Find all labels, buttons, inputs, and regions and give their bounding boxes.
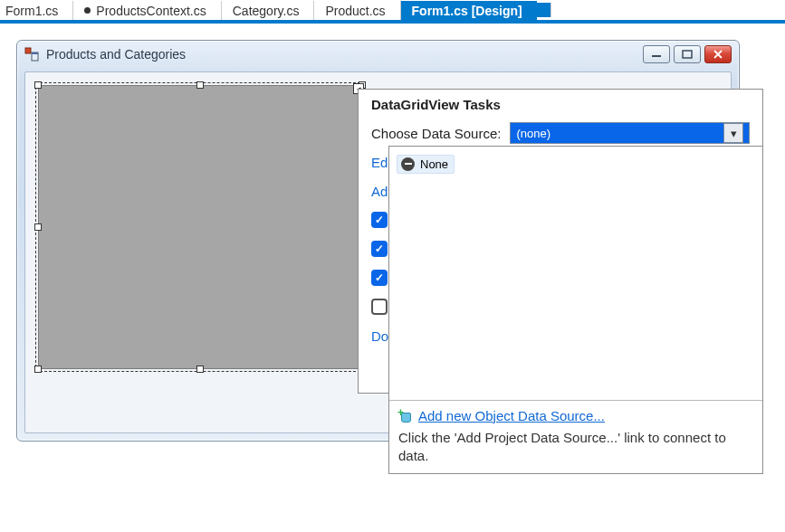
window-controls <box>643 45 732 63</box>
add-object-datasource-link[interactable]: Add new Object Data Source... <box>418 408 605 423</box>
form-title: Products and Categories <box>46 47 186 62</box>
datagridview-surface[interactable] <box>38 85 362 369</box>
datasource-hint: Click the 'Add Project Data Source...' l… <box>398 429 753 466</box>
tab-category-cs[interactable]: Category.cs <box>222 1 315 20</box>
chevron-down-icon: ▾ <box>731 127 737 140</box>
tab-label: Form1.cs <box>5 4 58 18</box>
close-button[interactable] <box>704 45 732 63</box>
datasource-combo[interactable]: (none) ▾ <box>510 122 750 144</box>
maximize-button[interactable] <box>674 45 701 63</box>
svg-rect-3 <box>652 55 661 57</box>
enable-column-reorder-checkbox[interactable] <box>371 299 388 315</box>
datasource-none-item[interactable]: None <box>397 155 455 174</box>
svg-rect-0 <box>25 48 31 53</box>
add-datasource-row: + Add new Object Data Source... <box>398 408 753 423</box>
svg-rect-2 <box>32 52 38 54</box>
dropdown-footer: + Add new Object Data Source... Click th… <box>389 400 762 473</box>
tab-label: Product.cs <box>325 4 385 18</box>
datasource-selected: (none) <box>516 127 550 140</box>
tab-productscontext-cs[interactable]: ProductsContext.cs <box>73 1 221 20</box>
resize-handle[interactable] <box>34 223 42 231</box>
tab-form1-design[interactable]: Form1.cs [Design] <box>401 1 537 20</box>
enable-adding-checkbox[interactable] <box>371 212 388 228</box>
none-label: None <box>420 157 448 171</box>
tab-form1-cs[interactable]: Form1.cs <box>4 1 73 20</box>
form-titlebar: Products and Categories <box>17 41 739 68</box>
none-icon <box>401 157 415 171</box>
datasource-dropdown: None + Add new Object Data Source... Cli… <box>388 146 763 474</box>
resize-handle[interactable] <box>196 366 204 373</box>
enable-editing-checkbox[interactable] <box>371 241 388 257</box>
svg-rect-4 <box>683 51 692 58</box>
resize-handle[interactable] <box>196 81 204 89</box>
tab-label: Category.cs <box>233 4 300 18</box>
tasks-title: DataGridView Tasks <box>371 97 750 112</box>
tab-product-cs[interactable]: Product.cs <box>314 1 400 20</box>
add-datasource-icon: + <box>398 410 411 423</box>
resize-handle[interactable] <box>34 366 42 373</box>
document-tab-strip: Form1.cs ProductsContext.cs Category.cs … <box>0 0 785 24</box>
minimize-button[interactable] <box>643 45 670 63</box>
choose-datasource-row: Choose Data Source: (none) ▾ <box>371 121 750 145</box>
enable-deleting-checkbox[interactable] <box>371 270 388 286</box>
datasource-tree[interactable]: None <box>389 147 762 400</box>
tab-label: ProductsContext.cs <box>96 4 206 18</box>
resize-handle[interactable] <box>34 81 42 89</box>
add-column-link[interactable]: Ad <box>371 184 388 199</box>
unsaved-dot-icon <box>84 7 91 14</box>
tab-label: Form1.cs [Design] <box>412 4 522 18</box>
tab-pin-button[interactable]: ⠀ <box>537 3 551 17</box>
dock-link[interactable]: Do <box>371 328 388 344</box>
datagridview-control[interactable]: ◂ <box>38 85 362 369</box>
form-icon <box>24 47 39 62</box>
combo-dropdown-button[interactable]: ▾ <box>723 123 743 143</box>
pin-icon: ⠀ <box>539 3 548 17</box>
choose-datasource-label: Choose Data Source: <box>371 126 501 141</box>
